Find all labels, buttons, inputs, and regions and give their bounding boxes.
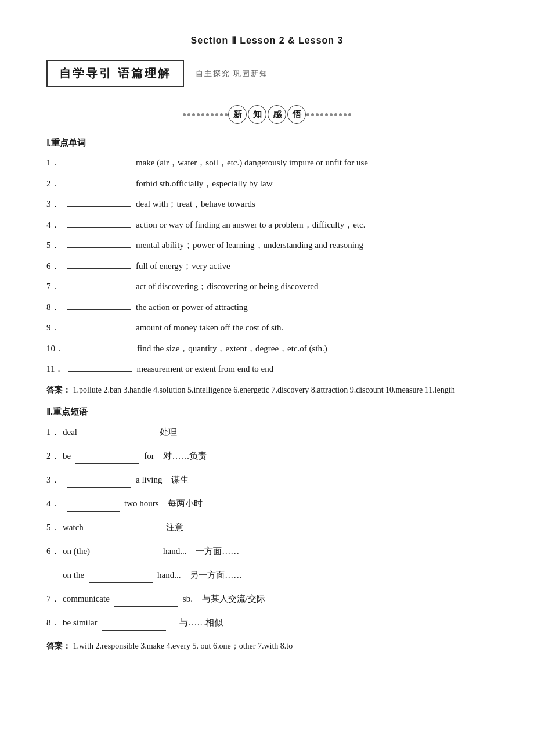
phrase-blank-7[interactable]: [114, 606, 178, 607]
part2-answers: 答案： 1.with 2.responsible 3.make 4.every …: [46, 639, 488, 653]
phrase-num: 7．: [46, 591, 63, 607]
phrase-blank-5[interactable]: [88, 535, 152, 535]
phrase-chinese-4: 每两小时: [168, 499, 203, 508]
phrase-blank-8[interactable]: [102, 630, 166, 631]
part1-answer-text: 1.pollute 2.ban 3.handle 4.solution 5.in…: [73, 386, 455, 394]
phrase-chinese-5: 注意: [166, 523, 183, 532]
box-header: 自学导引 语篇理解 自主探究 巩固新知: [46, 60, 488, 87]
item-def-3: deal with；treat，behave towards: [136, 197, 488, 212]
circle-char-4: 悟: [287, 105, 306, 124]
phrase-blank-4[interactable]: [67, 511, 120, 512]
phrase-blank-2[interactable]: [75, 463, 139, 464]
phrase-blank-1[interactable]: [82, 440, 146, 440]
answer-label-1: 答案：: [46, 385, 71, 394]
circle-char-2: 知: [248, 105, 266, 124]
item-def-1: make (air，water，soil，etc.) dangerously i…: [136, 156, 488, 171]
dot: [201, 113, 204, 116]
blank-7[interactable]: [67, 289, 131, 289]
vocab-item-8: 8． the action or power of attracting: [46, 300, 488, 315]
blank-4[interactable]: [67, 227, 131, 228]
phrase-item-2: 2． befor 对……负责: [46, 448, 488, 464]
box-subtitle: 自主探究 巩固新知: [196, 69, 268, 79]
blank-5[interactable]: [67, 247, 131, 248]
vocab-list: 1． make (air，water，soil，etc.) dangerousl…: [46, 156, 488, 377]
vocab-item-5: 5． mental ability；power of learning，unde…: [46, 238, 488, 253]
phrase-num: 2．: [46, 448, 63, 464]
phrase-item-4: 4． two hours 每两小时: [46, 496, 488, 512]
dot: [311, 113, 314, 116]
phrase-chinese-8: 与……相似: [179, 618, 223, 627]
item-def-8: the action or power of attracting: [136, 300, 488, 315]
part2-answer-text: 1.with 2.responsible 3.make 4.every 5. o…: [73, 642, 293, 650]
phrase-item-3: 3． a living 谋生: [46, 472, 488, 488]
item-num: 10．: [46, 341, 64, 357]
item-num: 8．: [46, 300, 63, 315]
answer-label-2: 答案：: [46, 641, 71, 650]
vocab-item-3: 3． deal with；treat，behave towards: [46, 197, 488, 212]
dot: [183, 113, 186, 116]
blank-1[interactable]: [67, 165, 131, 165]
knowledge-circles: 新 知 感 悟: [228, 105, 306, 124]
item-def-2: forbid sth.officially，especially by law: [136, 177, 488, 192]
knowledge-banner: 新 知 感 悟: [46, 105, 488, 124]
divider: [46, 93, 488, 93]
phrase-blank-6[interactable]: [95, 559, 158, 559]
phrase-chinese-7: 与某人交流/交际: [202, 594, 265, 603]
phrase-text-4: two hours 每两小时: [63, 496, 488, 512]
phrase-chinese-6b: 另一方面……: [190, 570, 242, 579]
phrase-text-7: communicatesb. 与某人交流/交际: [63, 591, 488, 607]
item-num: 5．: [46, 238, 63, 253]
phrase-blank-3[interactable]: [67, 487, 131, 488]
phrase-chinese-1: 处理: [160, 427, 177, 437]
item-num: 7．: [46, 279, 63, 294]
dot: [325, 113, 328, 116]
phrase-text-6: on (the)hand... 一方面……: [63, 543, 488, 559]
blank-8[interactable]: [67, 309, 131, 310]
phrase-list: 1． deal 处理 2． befor 对……负责 3． a living 谋生…: [46, 424, 488, 631]
item-def-10: find the size，quantity，extent，degree，etc…: [137, 341, 488, 357]
phrase-num: 1．: [46, 424, 63, 440]
circle-char-1: 新: [228, 105, 247, 124]
blank-9[interactable]: [67, 330, 131, 330]
dot: [215, 113, 218, 116]
phrase-item-7: 7． communicatesb. 与某人交流/交际: [46, 591, 488, 607]
dot: [339, 113, 342, 116]
item-num: 1．: [46, 156, 63, 171]
item-def-9: amount of money taken off the cost of st…: [136, 321, 488, 336]
phrase-text-3: a living 谋生: [63, 472, 488, 488]
dot: [206, 113, 209, 116]
vocab-item-10: 10． find the size，quantity，extent，degree…: [46, 341, 488, 357]
dot: [192, 113, 195, 116]
dot: [330, 113, 333, 116]
phrase-item-5: 5． watch 注意: [46, 520, 488, 535]
item-def-11: measurement or extent from end to end: [136, 362, 488, 377]
dot: [334, 113, 337, 116]
dot: [220, 113, 223, 116]
blank-10[interactable]: [68, 351, 132, 351]
blank-3[interactable]: [67, 206, 131, 207]
phrase-item-6b: on thehand... 另一方面……: [46, 567, 488, 583]
part2-label: Ⅱ.重点短语: [46, 406, 488, 417]
phrase-text-6b: on thehand... 另一方面……: [63, 567, 488, 583]
item-num: 9．: [46, 321, 63, 336]
phrase-text-1: deal 处理: [63, 424, 488, 440]
blank-11[interactable]: [68, 371, 132, 372]
vocab-item-4: 4． action or way of finding an answer to…: [46, 218, 488, 233]
box-title: 自学导引 语篇理解: [46, 60, 184, 87]
phrase-num: 8．: [46, 615, 63, 631]
item-def-7: act of discovering；discovering or being …: [136, 279, 488, 294]
phrase-item-8: 8． be similar 与……相似: [46, 615, 488, 631]
blank-2[interactable]: [67, 186, 131, 186]
blank-6[interactable]: [67, 268, 131, 269]
phrase-num: 5．: [46, 520, 63, 535]
dot: [306, 113, 309, 116]
phrase-item-6: 6． on (the)hand... 一方面……: [46, 543, 488, 559]
phrase-blank-6b[interactable]: [89, 582, 153, 583]
vocab-item-9: 9． amount of money taken off the cost of…: [46, 321, 488, 336]
dots-right: [306, 113, 351, 116]
phrase-item-1: 1． deal 处理: [46, 424, 488, 440]
vocab-item-11: 11． measurement or extent from end to en…: [46, 362, 488, 377]
part1-answers: 答案： 1.pollute 2.ban 3.handle 4.solution …: [46, 383, 488, 397]
item-def-5: mental ability；power of learning，underst…: [136, 238, 488, 253]
item-num: 3．: [46, 197, 63, 212]
